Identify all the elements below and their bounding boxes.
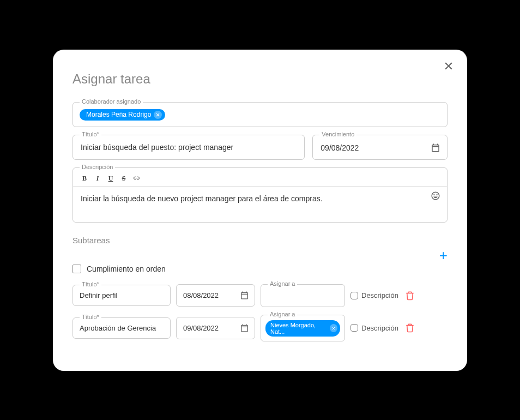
description-editor[interactable]: Iniciar la búsqueda de nuevo project man… (73, 186, 447, 222)
due-date-field[interactable]: Vencimiento 09/08/2022 (312, 135, 448, 160)
strikethrough-icon[interactable]: S (120, 175, 128, 183)
subtask-assignee-text: Nieves Morgado, Nat... (270, 322, 327, 335)
collaborator-field[interactable]: Colaborador asignado Morales Peña Rodrig… (72, 102, 448, 127)
subtask-title-field[interactable]: Título* Aprobación de Gerencia (72, 317, 171, 339)
subtask-date-field[interactable]: 09/08/2022 (176, 317, 255, 339)
desc-toggle-label: Descripción (361, 324, 398, 332)
subtask-assign-label: Asignar a (268, 280, 297, 287)
desc-checkbox[interactable] (350, 292, 358, 299)
calendar-icon[interactable] (240, 323, 249, 333)
subtask-title-value[interactable]: Aprobación de Gerencia (73, 318, 170, 338)
subtask-title-field[interactable]: Título* Definir perfil (72, 285, 171, 306)
editor-toolbar: B I U S (73, 168, 447, 186)
description-label: Descripción (80, 164, 115, 170)
subtask-date-field[interactable]: 08/08/2022 (176, 284, 255, 307)
delete-subtask-button[interactable] (404, 322, 416, 334)
subtask-assign-label: Asignar a (268, 311, 297, 317)
subtask-assign-field[interactable]: Asignar a Nieves Morgado, Nat... (261, 315, 345, 341)
due-date-value: 09/08/2022 (321, 143, 359, 152)
subtask-title-label: Título* (80, 281, 101, 287)
chip-remove-icon[interactable] (330, 324, 337, 332)
title-input[interactable] (73, 135, 304, 158)
close-button[interactable] (443, 61, 454, 71)
due-date-label: Vencimiento (319, 131, 356, 137)
subtask-date-value: 08/08/2022 (183, 291, 219, 299)
link-icon[interactable] (133, 175, 141, 183)
title-label: Título* (80, 131, 101, 137)
subtask-title-label: Título* (80, 314, 101, 320)
subtask-description-toggle[interactable]: Descripción (350, 324, 398, 332)
subtask-row: Título* Definir perfil 08/08/2022 Asigna… (72, 284, 448, 307)
desc-checkbox[interactable] (350, 324, 358, 332)
emoji-icon[interactable] (431, 191, 440, 201)
desc-toggle-label: Descripción (361, 291, 398, 299)
calendar-icon[interactable] (240, 291, 249, 300)
bold-icon[interactable]: B (81, 175, 88, 183)
assign-task-modal: Asignar tarea Colaborador asignado Moral… (53, 50, 467, 371)
order-checkbox-row[interactable]: Cumplimiento en orden (72, 265, 448, 273)
collaborator-chip-text: Morales Peña Rodrigo (86, 111, 151, 118)
subtask-row: Título* Aprobación de Gerencia 09/08/202… (72, 315, 448, 341)
delete-subtask-button[interactable] (404, 290, 416, 302)
subtask-date-value: 09/08/2022 (183, 324, 219, 332)
italic-icon[interactable]: I (94, 175, 101, 183)
subtask-description-toggle[interactable]: Descripción (350, 291, 398, 299)
subtask-assignee-chip[interactable]: Nieves Morgado, Nat... (265, 320, 340, 337)
collaborator-chip[interactable]: Morales Peña Rodrigo (80, 109, 165, 121)
order-checkbox-label: Cumplimiento en orden (87, 265, 166, 273)
order-checkbox[interactable] (72, 265, 81, 273)
underline-icon[interactable]: U (107, 175, 114, 183)
description-text: Iniciar la búsqueda de nuevo project man… (81, 194, 323, 203)
title-field[interactable]: Título* (72, 135, 305, 160)
subtask-title-value[interactable]: Definir perfil (73, 285, 170, 305)
subtasks-section-label: Subtareas (72, 236, 448, 245)
calendar-icon[interactable] (431, 143, 440, 153)
add-subtask-button[interactable]: + (439, 248, 448, 262)
chip-remove-icon[interactable] (154, 111, 162, 119)
subtask-assign-field[interactable]: Asignar a (261, 284, 345, 307)
description-field: Descripción B I U S Iniciar la búsqueda … (72, 167, 448, 223)
modal-title: Asignar tarea (72, 71, 448, 87)
collaborator-label: Colaborador asignado (80, 98, 143, 105)
